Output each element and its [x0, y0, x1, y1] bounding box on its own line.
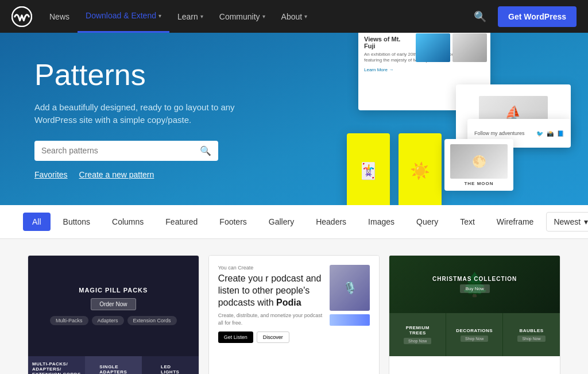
filter-tab-query[interactable]: Query: [407, 213, 447, 231]
card-image-christmas: CHRISTMAS COLLECTION Buy Now 🌲 PREMIUMTR…: [389, 256, 560, 356]
filter-tab-buttons[interactable]: Buttons: [54, 213, 99, 231]
filter-tab-headers[interactable]: Headers: [307, 213, 355, 231]
chevron-down-icon: ▾: [200, 13, 203, 20]
hero-links: Favorites Create a new pattern: [34, 170, 264, 179]
baubles-shop-btn[interactable]: Shop Now: [517, 336, 545, 342]
collage-card-tarot1: 🃏: [347, 133, 390, 205]
card2-right: 🎙️: [330, 265, 370, 347]
follow-label: Follow my adventures: [474, 130, 525, 136]
christmas-top: CHRISTMAS COLLECTION Buy Now 🌲: [389, 256, 560, 313]
pill-item: Extension Cords: [127, 316, 177, 325]
hero-title: Patterns: [34, 59, 264, 91]
wordpress-logo[interactable]: [11, 6, 32, 27]
navigation: News Download & Extend ▾ Learn ▾ Communi…: [0, 0, 588, 33]
pattern-card-music[interactable]: MAGIC PILL PACKS Order Now Multi-Packs A…: [28, 255, 199, 374]
nav-item-learn[interactable]: Learn ▾: [169, 0, 211, 33]
sort-label: Newest: [554, 217, 581, 226]
card2-text: You can Create Create you r podcast and …: [218, 265, 323, 347]
fuji-image-2: [452, 33, 487, 62]
card1-background: MAGIC PILL PACKS Order Now Multi-Packs A…: [28, 256, 199, 356]
collage-card-tarot2: ☀️: [399, 133, 442, 205]
create-pattern-link[interactable]: Create a new pattern: [79, 170, 154, 179]
collage-card-moon: 🌕 THE MOON: [444, 139, 513, 191]
chevron-down-icon: ▾: [158, 13, 161, 19]
moon-image: 🌕: [450, 144, 508, 179]
patterns-grid: MAGIC PILL PACKS Order Now Multi-Packs A…: [0, 239, 588, 374]
chevron-down-icon: ▾: [262, 13, 265, 20]
moon-label: THE MOON: [464, 181, 493, 186]
hero-content: Patterns Add a beautifully designed, rea…: [34, 59, 264, 179]
filter-tab-columns[interactable]: Columns: [103, 213, 153, 231]
nav-item-news[interactable]: News: [41, 0, 78, 33]
instagram-icon[interactable]: 📸: [547, 130, 554, 137]
nav-item-community[interactable]: Community ▾: [211, 0, 273, 33]
nav-items: News Download & Extend ▾ Learn ▾ Communi…: [41, 0, 469, 33]
search-input[interactable]: [41, 146, 200, 155]
favorites-link[interactable]: Favorites: [34, 170, 68, 179]
sub-item-3: LEDLIGHTS Shop Now: [142, 356, 199, 374]
fuji-image-1: [416, 33, 450, 62]
social-icons: 🐦 📸 📘: [536, 130, 564, 137]
nav-item-about[interactable]: About ▾: [273, 0, 316, 33]
podcast-title: Create you r podcast and listen to other…: [218, 273, 323, 309]
brand-name: Podia: [276, 298, 301, 307]
decorations-shop-btn[interactable]: Shop Now: [461, 336, 488, 342]
pills-order-btn[interactable]: Order Now: [91, 298, 136, 310]
pill-item: Multi-Packs: [50, 316, 88, 325]
baubles-label: BAUBLES: [519, 328, 543, 333]
sort-dropdown[interactable]: Newest ▾: [546, 212, 588, 232]
nav-item-download[interactable]: Download & Extend ▾: [78, 0, 169, 33]
sub-item-1: MULTI-PACKS/ADAPTERS/EXTENSION CORDS Sho…: [28, 356, 85, 374]
card-image-podcast: You can Create Create you r podcast and …: [209, 256, 380, 356]
search-icon[interactable]: 🔍: [469, 6, 491, 28]
hero-section: Patterns Add a beautifully designed, rea…: [0, 33, 588, 205]
pattern-card-christmas[interactable]: CHRISTMAS COLLECTION Buy Now 🌲 PREMIUMTR…: [389, 255, 560, 374]
hero-description: Add a beautifully designed, ready to go …: [34, 101, 264, 127]
trees-shop-btn[interactable]: Shop Now: [404, 338, 431, 344]
card2-background: You can Create Create you r podcast and …: [209, 256, 380, 356]
podcast-buttons: Get Listen Discover: [218, 331, 323, 343]
filter-tab-text[interactable]: Text: [451, 213, 484, 231]
filter-tab-wireframe[interactable]: Wireframe: [488, 213, 543, 231]
can-create-label: You can Create: [218, 265, 323, 271]
search-bar: 🔍: [34, 141, 218, 161]
get-listen-button[interactable]: Get Listen: [218, 331, 253, 343]
xmas-sub-baubles: BAUBLES Shop Now: [503, 313, 560, 356]
christmas-label: CHRISTMAS COLLECTION: [432, 276, 517, 282]
search-button[interactable]: 🔍: [200, 145, 211, 156]
filter-tab-footers[interactable]: Footers: [210, 213, 256, 231]
pills-row: Multi-Packs Adapters Extension Cords: [44, 316, 183, 325]
card1-bottom: MULTI-PACKS/ADAPTERS/EXTENSION CORDS Sho…: [28, 356, 199, 374]
fuji-link[interactable]: Learn More →: [364, 67, 485, 72]
podcast-description: Create, distribute, and monetize your po…: [218, 312, 323, 326]
xmas-sub-decorations: DECORATIONS Shop Now: [446, 313, 503, 356]
twitter-icon[interactable]: 🐦: [536, 130, 543, 137]
pills-label: MAGIC PILL PACKS: [79, 287, 148, 294]
waveform-image: [330, 314, 370, 326]
pattern-card-podcast[interactable]: You can Create Create you r podcast and …: [208, 255, 380, 374]
facebook-icon[interactable]: 📘: [557, 130, 564, 137]
trees-label: PREMIUMTREES: [406, 325, 430, 336]
card-image-music: MAGIC PILL PACKS Order Now Multi-Packs A…: [28, 256, 199, 356]
pill-item: Adapters: [92, 316, 124, 325]
person-image: 🎙️: [330, 265, 370, 311]
filter-tab-images[interactable]: Images: [359, 213, 404, 231]
discover-button[interactable]: Discover: [257, 331, 289, 343]
hero-collage: Views of Mt.Fuji An exhibition of early …: [330, 33, 571, 205]
xmas-sub-trees: PREMIUMTREES Shop Now: [389, 313, 446, 356]
chevron-down-icon: ▾: [584, 217, 588, 226]
christmas-buy-btn[interactable]: Buy Now: [460, 284, 490, 293]
get-wordpress-button[interactable]: Get WordPress: [498, 6, 577, 27]
christmas-bottom: PREMIUMTREES Shop Now DECORATIONS Shop N…: [389, 313, 560, 356]
filter-tab-all[interactable]: All: [23, 213, 51, 231]
nav-right: 🔍 Get WordPress: [469, 6, 577, 28]
filter-tab-featured[interactable]: Featured: [156, 213, 207, 231]
sub-item-2: SINGLEADAPTERS Shop Now: [85, 356, 142, 374]
filter-bar: All Buttons Columns Featured Footers Gal…: [0, 205, 588, 239]
chevron-down-icon: ▾: [304, 13, 307, 20]
filter-tab-gallery[interactable]: Gallery: [260, 213, 303, 231]
decorations-label: DECORATIONS: [456, 328, 493, 333]
card3-background: CHRISTMAS COLLECTION Buy Now 🌲 PREMIUMTR…: [389, 256, 560, 356]
